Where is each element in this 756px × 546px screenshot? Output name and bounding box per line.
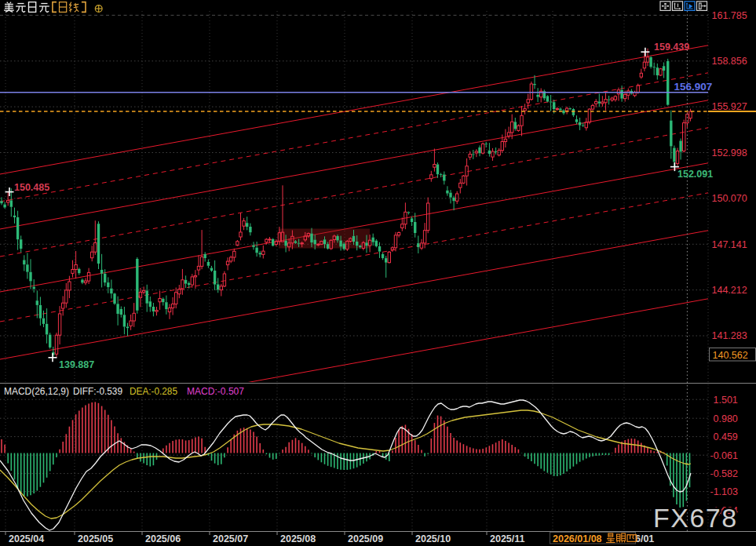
svg-text:2026/01/08: 2026/01/08 bbox=[553, 533, 602, 544]
svg-text:MACD:-0.507: MACD:-0.507 bbox=[187, 386, 244, 397]
svg-text:-0.061: -0.061 bbox=[710, 450, 738, 461]
svg-text:2025/07: 2025/07 bbox=[213, 533, 248, 544]
svg-text:2025/04: 2025/04 bbox=[9, 533, 44, 544]
svg-text:150.070: 150.070 bbox=[712, 193, 747, 204]
svg-text:140.562: 140.562 bbox=[713, 350, 748, 361]
svg-text:2025/11: 2025/11 bbox=[490, 533, 525, 544]
svg-text:2025/08: 2025/08 bbox=[280, 533, 316, 544]
svg-text:152.998: 152.998 bbox=[712, 147, 747, 158]
svg-text:2025/09: 2025/09 bbox=[348, 533, 383, 544]
svg-text:155.927: 155.927 bbox=[712, 101, 747, 112]
svg-text:161.785: 161.785 bbox=[712, 10, 747, 21]
svg-text:147.141: 147.141 bbox=[712, 239, 747, 250]
svg-text:2025/06: 2025/06 bbox=[145, 533, 181, 544]
svg-text:-0.582: -0.582 bbox=[710, 468, 738, 479]
svg-text:2025/05: 2025/05 bbox=[78, 533, 113, 544]
svg-text:-1.103: -1.103 bbox=[710, 486, 738, 497]
svg-text:DEA:-0.285: DEA:-0.285 bbox=[130, 386, 177, 397]
svg-text:158.856: 158.856 bbox=[712, 56, 747, 67]
svg-text:159.439: 159.439 bbox=[654, 42, 689, 53]
svg-text:2025/10: 2025/10 bbox=[415, 533, 451, 544]
svg-text:141.283: 141.283 bbox=[712, 330, 747, 341]
svg-text:0.980: 0.980 bbox=[714, 413, 738, 424]
svg-text:144.212: 144.212 bbox=[712, 285, 747, 296]
svg-text:FX678: FX678 bbox=[653, 503, 738, 533]
svg-text:150.485: 150.485 bbox=[14, 182, 49, 193]
svg-text:MACD(26,12,9): MACD(26,12,9) bbox=[4, 386, 69, 397]
svg-text:0.459: 0.459 bbox=[714, 431, 738, 442]
svg-text:DIFF:-0.539: DIFF:-0.539 bbox=[73, 386, 122, 397]
svg-text:156.907: 156.907 bbox=[674, 81, 713, 93]
svg-text:152.091: 152.091 bbox=[677, 169, 713, 180]
svg-text:1.501: 1.501 bbox=[714, 395, 738, 406]
svg-text:139.887: 139.887 bbox=[59, 359, 94, 370]
